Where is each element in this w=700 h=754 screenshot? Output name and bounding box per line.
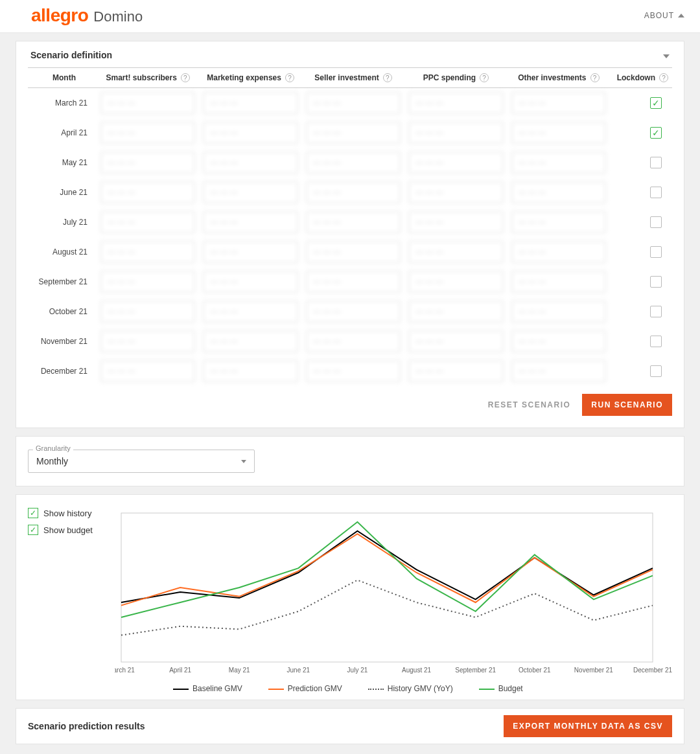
numeric-input[interactable]: [100, 92, 195, 114]
lockdown-checkbox[interactable]: [650, 246, 662, 258]
numeric-input[interactable]: [203, 211, 298, 233]
numeric-input[interactable]: [511, 360, 606, 382]
month-label: May 21: [32, 158, 97, 167]
lockdown-checkbox[interactable]: ✓: [650, 97, 662, 109]
numeric-input[interactable]: [100, 122, 195, 144]
numeric-input[interactable]: [306, 92, 401, 114]
numeric-input[interactable]: [100, 181, 195, 203]
numeric-input[interactable]: [408, 211, 503, 233]
numeric-input[interactable]: [203, 241, 298, 263]
numeric-input[interactable]: [408, 330, 503, 352]
numeric-input[interactable]: [203, 92, 298, 114]
numeric-input[interactable]: [408, 92, 503, 114]
month-label: July 21: [32, 218, 97, 227]
month-label: November 21: [32, 337, 97, 346]
numeric-input[interactable]: [100, 330, 195, 352]
svg-text:December 21: December 21: [633, 667, 672, 674]
table-row: December 21: [28, 356, 672, 386]
scenario-table-header: Month Smart! subscribers ? Marketing exp…: [28, 67, 672, 88]
numeric-input[interactable]: [100, 152, 195, 174]
numeric-input[interactable]: [100, 271, 195, 293]
lockdown-checkbox[interactable]: [650, 187, 662, 198]
help-icon[interactable]: ?: [285, 73, 294, 82]
export-csv-button[interactable]: EXPORT MONTHLY DATA AS CSV: [504, 715, 672, 737]
lockdown-checkbox[interactable]: [650, 306, 662, 317]
numeric-input[interactable]: [408, 271, 503, 293]
svg-rect-0: [121, 513, 653, 662]
granularity-select[interactable]: Monthly: [28, 450, 255, 473]
show-history-label: Show history: [43, 508, 91, 518]
numeric-input[interactable]: [306, 122, 401, 144]
numeric-input[interactable]: [511, 181, 606, 203]
table-row: March 21✓: [28, 88, 672, 118]
numeric-input[interactable]: [511, 211, 606, 233]
svg-text:August 21: August 21: [402, 667, 431, 674]
about-menu[interactable]: ABOUT: [644, 11, 684, 20]
lockdown-checkbox[interactable]: [650, 365, 662, 377]
lockdown-checkbox[interactable]: [650, 276, 662, 288]
numeric-input[interactable]: [408, 152, 503, 174]
numeric-input[interactable]: [306, 330, 401, 352]
numeric-input[interactable]: [408, 122, 503, 144]
numeric-input[interactable]: [306, 211, 401, 233]
results-panel-header: Scenario prediction results EXPORT MONTH…: [16, 708, 684, 744]
table-row: July 21: [28, 207, 672, 237]
numeric-input[interactable]: [203, 301, 298, 323]
numeric-input[interactable]: [408, 360, 503, 382]
month-label: March 21: [32, 98, 97, 108]
numeric-input[interactable]: [100, 241, 195, 263]
numeric-input[interactable]: [203, 122, 298, 144]
lockdown-checkbox[interactable]: [650, 216, 662, 228]
lockdown-checkbox[interactable]: ✓: [650, 127, 662, 139]
numeric-input[interactable]: [100, 211, 195, 233]
numeric-input[interactable]: [511, 330, 606, 352]
month-label: August 21: [32, 247, 97, 257]
table-row: April 21✓: [28, 118, 672, 148]
numeric-input[interactable]: [203, 360, 298, 382]
lockdown-checkbox[interactable]: [650, 336, 662, 347]
numeric-input[interactable]: [511, 241, 606, 263]
help-icon[interactable]: ?: [181, 73, 190, 82]
lockdown-checkbox[interactable]: [650, 157, 662, 168]
numeric-input[interactable]: [306, 181, 401, 203]
run-scenario-button[interactable]: RUN SCENARIO: [582, 394, 672, 416]
numeric-input[interactable]: [511, 122, 606, 144]
numeric-input[interactable]: [203, 330, 298, 352]
numeric-input[interactable]: [511, 271, 606, 293]
show-history-checkbox[interactable]: ✓: [28, 508, 38, 518]
reset-scenario-button[interactable]: RESET SCENARIO: [485, 394, 574, 416]
numeric-input[interactable]: [408, 181, 503, 203]
numeric-input[interactable]: [511, 301, 606, 323]
col-seller-header: Seller investment ?: [302, 73, 404, 82]
granularity-panel: Granularity Monthly: [16, 436, 684, 486]
month-label: December 21: [32, 367, 97, 376]
numeric-input[interactable]: [203, 181, 298, 203]
numeric-input[interactable]: [408, 301, 503, 323]
numeric-input[interactable]: [306, 301, 401, 323]
numeric-input[interactable]: [203, 271, 298, 293]
show-budget-label: Show budget: [43, 525, 93, 535]
numeric-input[interactable]: [203, 152, 298, 174]
help-icon[interactable]: ?: [590, 73, 600, 82]
show-budget-checkbox[interactable]: ✓: [28, 525, 38, 535]
numeric-input[interactable]: [100, 360, 195, 382]
scenario-collapse-button[interactable]: [663, 49, 670, 61]
help-icon[interactable]: ?: [659, 73, 668, 82]
help-icon[interactable]: ?: [383, 73, 392, 82]
numeric-input[interactable]: [306, 152, 401, 174]
help-icon[interactable]: ?: [480, 73, 489, 82]
numeric-input[interactable]: [306, 271, 401, 293]
col-lockdown-header: Lockdown ?: [610, 73, 668, 82]
numeric-input[interactable]: [306, 360, 401, 382]
numeric-input[interactable]: [100, 301, 195, 323]
numeric-input[interactable]: [306, 241, 401, 263]
table-row: October 21: [28, 297, 672, 326]
col-marketing-header: Marketing expenses ?: [199, 73, 301, 82]
numeric-input[interactable]: [408, 241, 503, 263]
check-icon: ✓: [652, 98, 660, 108]
col-ppc-header: PPC spending ?: [404, 73, 507, 82]
results-title: Scenario prediction results: [28, 721, 145, 731]
numeric-input[interactable]: [511, 92, 606, 114]
numeric-input[interactable]: [511, 152, 606, 174]
chevron-up-icon: [678, 14, 684, 17]
